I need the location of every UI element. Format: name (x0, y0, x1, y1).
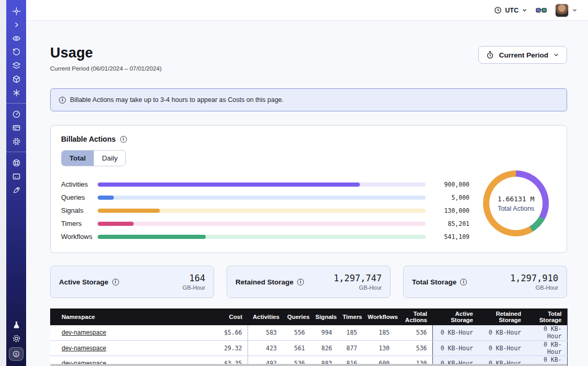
support-lifebuoy-icon[interactable] (8, 156, 24, 169)
feedback-monitor-icon[interactable] (8, 169, 24, 183)
cell-cost: $5.66 (208, 325, 248, 340)
active-storage-card: Active Storagei 164GB-Hour (50, 266, 214, 298)
col-active-storage: Active Storage (432, 308, 478, 325)
bar-value: 5,000 (426, 194, 469, 201)
namespace-usage-table: Namespace Cost Activities Queries Signal… (50, 308, 568, 366)
total-storage-card: Total Storagei 1,297,910GB-Hour (403, 266, 567, 298)
user-menu[interactable] (555, 4, 578, 17)
cell-activities: 583 (248, 325, 282, 340)
clock-icon (494, 6, 502, 14)
col-timers: Timers (337, 308, 362, 325)
asterisk-icon[interactable] (8, 86, 24, 99)
usage-gauge-icon[interactable] (8, 107, 24, 121)
cell-total-actions: 536 (395, 340, 432, 356)
storage-card-value: 1,297,910 (510, 273, 558, 283)
col-signals: Signals (310, 308, 337, 325)
storage-card-label: Active Storage (59, 278, 109, 286)
info-icon[interactable]: i (120, 136, 127, 143)
cell-cost: 29.32 (208, 340, 248, 356)
bar-fill (98, 222, 134, 226)
namespace-link[interactable]: dev-namespace (62, 329, 106, 336)
info-icon[interactable]: i (460, 279, 467, 285)
window-left-gutter (0, 0, 6, 366)
chevron-down-icon (553, 52, 559, 58)
namespace-link[interactable]: dev-namespace (62, 345, 106, 352)
col-activities: Activities (248, 308, 282, 325)
billable-actions-bar-chart: Activities 900,000 Queries 5,000 Signals… (61, 178, 469, 243)
bar-row-activities: Activities 900,000 (61, 178, 469, 191)
collapse-chevron-icon[interactable] (8, 18, 24, 31)
info-icon[interactable]: i (112, 279, 119, 285)
cell-retained-storage: 0 KB-Hour (478, 340, 526, 356)
info-banner-text: Billable Actions may take up to 3-4 hour… (70, 96, 284, 104)
cell-total-storage: 0 KB-Hour (526, 325, 567, 340)
rocket-icon[interactable] (8, 183, 24, 197)
bar-fill (98, 235, 206, 239)
bar-value: 900,000 (426, 181, 469, 188)
bar-track (98, 235, 426, 239)
theme-sun-icon[interactable] (8, 331, 24, 345)
billing-dollar-button[interactable]: $ (9, 347, 23, 361)
timezone-label: UTC (505, 7, 519, 14)
bar-label: Activities (61, 180, 98, 188)
cell-total-storage: 0 KB-Hour (526, 340, 567, 356)
table-header-row: Namespace Cost Activities Queries Signal… (50, 308, 567, 325)
cell-workflows: 130 (362, 340, 395, 356)
settings-gear-icon[interactable] (8, 134, 24, 148)
bar-track (98, 196, 426, 200)
cell-active-storage: 0 KB-Hour (432, 340, 478, 356)
storage-card-label: Total Storage (412, 278, 456, 286)
bar-row-workflows: Workflows 541,109 (61, 230, 469, 243)
table-row: dev-namespace 29.32 423 561 826 877 130 … (50, 340, 567, 356)
layers-icon[interactable] (8, 59, 24, 72)
avatar (555, 4, 569, 17)
goggles-icon[interactable] (536, 7, 547, 14)
namespaces-eye-icon[interactable] (8, 31, 24, 45)
bar-value: 85,201 (426, 220, 469, 227)
billing-card-icon[interactable] (8, 121, 24, 134)
bar-track (98, 182, 426, 187)
cube-icon[interactable] (8, 72, 24, 86)
topbar: UTC (26, 0, 588, 21)
horizontal-scrollbar[interactable] (50, 364, 567, 366)
chevron-down-icon (572, 7, 578, 13)
storage-card-label: Retained Storage (236, 278, 293, 286)
bar-fill (98, 196, 114, 200)
nav-divider (6, 103, 26, 104)
table-row: dev-namespace $5.66 583 556 994 185 185 … (50, 325, 567, 340)
storage-card-value: 164 (183, 273, 205, 283)
info-icon: i (59, 97, 66, 104)
col-retained-storage: Retained Storage (478, 308, 526, 325)
labs-flask-icon[interactable] (8, 318, 24, 331)
storage-card-value: 1,297,747 (334, 273, 382, 283)
tab-daily[interactable]: Daily (93, 151, 125, 166)
period-dropdown-button[interactable]: Current Period (478, 46, 567, 64)
billable-actions-card: Billable Actions i Total Daily Activitie… (50, 125, 567, 253)
storage-card-unit: GB-Hour (334, 284, 382, 291)
chevron-down-icon (522, 7, 527, 13)
cell-timers: 185 (337, 325, 362, 340)
cell-activities: 423 (248, 340, 282, 356)
timezone-selector[interactable]: UTC (494, 6, 527, 14)
history-icon[interactable] (8, 45, 24, 59)
retained-storage-card: Retained Storagei 1,297,747GB-Hour (227, 266, 391, 298)
col-cost: Cost (208, 308, 248, 325)
bar-label: Queries (61, 193, 98, 201)
temporal-logo-icon[interactable] (8, 4, 24, 18)
tab-total[interactable]: Total (62, 151, 93, 166)
bar-label: Timers (61, 220, 98, 227)
cell-queries: 556 (282, 325, 310, 340)
billable-actions-tabs: Total Daily (61, 150, 126, 166)
storage-card-unit: GB-Hour (183, 284, 205, 291)
stopwatch-icon (486, 51, 494, 59)
info-icon[interactable]: i (297, 279, 304, 285)
cell-total-actions: 536 (395, 325, 432, 340)
total-actions-donut: 1.66131 M Total Actions (483, 170, 549, 236)
col-total-actions: Total Actions (395, 308, 432, 325)
storage-summary-row: Active Storagei 164GB-Hour Retained Stor… (50, 266, 567, 298)
bar-label: Signals (61, 207, 98, 214)
app-window: $ UTC Usage Current Period (06/01/2024 (0, 0, 588, 366)
col-total-storage: Total Storage (526, 308, 567, 325)
cell-workflows: 185 (362, 325, 395, 340)
page-title: Usage (50, 45, 162, 61)
